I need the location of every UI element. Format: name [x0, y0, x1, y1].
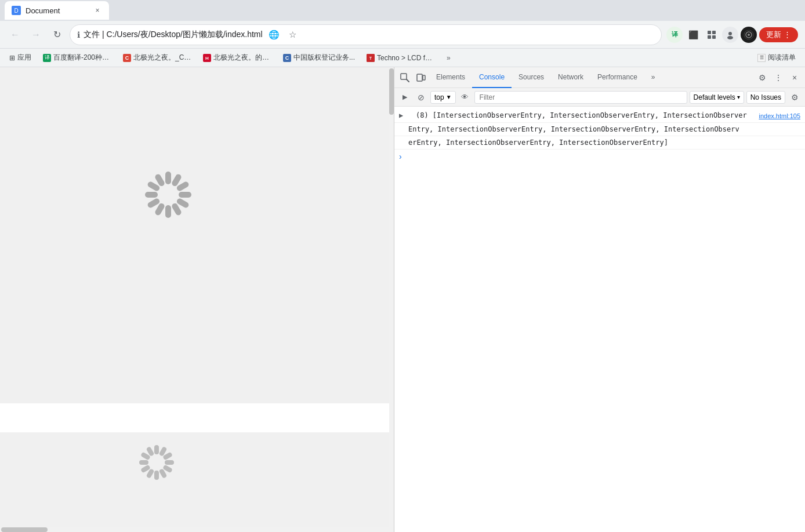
console-settings-icon: ⚙ — [791, 93, 799, 102]
bookmark-reading-list[interactable]: ☰ 阅读清单 — [753, 52, 800, 64]
webpage-bottom-section — [0, 432, 394, 532]
console-settings-btn[interactable]: ⚙ — [788, 90, 802, 104]
close-icon: × — [792, 73, 797, 82]
scrollbar-corner — [389, 527, 394, 532]
default-levels-label: Default levels — [694, 93, 735, 101]
console-prompt-icon: › — [399, 152, 402, 161]
bookmark-copyright[interactable]: C 中国版权登记业务... — [278, 52, 360, 64]
filmic-ext-btn[interactable] — [741, 27, 757, 43]
scrollbar-thumb[interactable] — [389, 68, 394, 115]
no-issues-btn[interactable]: No Issues — [746, 91, 785, 104]
webpage-vertical-scrollbar[interactable] — [389, 67, 394, 532]
extensions-mgr-btn[interactable] — [704, 27, 720, 43]
bookmark-beiji-csdn[interactable]: C 北极光之夜。_CSD... — [118, 52, 196, 64]
devtools-panel: Elements Console Sources Network Perform… — [394, 67, 805, 532]
console-prompt-line[interactable]: › — [394, 150, 805, 163]
svg-rect-0 — [708, 31, 711, 34]
webpage-white-section — [0, 403, 394, 432]
url-security-icon: ℹ — [77, 30, 80, 39]
back-button[interactable]: ← — [7, 27, 23, 43]
apps-grid-icon: ⊞ — [9, 54, 15, 62]
webpage-top-section — [0, 67, 394, 403]
no-issues-label: No Issues — [750, 93, 781, 101]
console-log-text: ▶ (8) [IntersectionObserverEntry, Inters… — [399, 110, 759, 121]
svg-line-14 — [407, 79, 409, 82]
console-source-link[interactable]: index.html:105 — [759, 110, 800, 121]
tab-favicon: D — [12, 6, 21, 15]
update-label: 更新 — [766, 30, 781, 40]
console-execute-btn[interactable]: ▶ — [398, 90, 412, 104]
svg-rect-16 — [423, 75, 425, 80]
loading-spinner-2 — [139, 445, 174, 480]
svg-rect-15 — [417, 74, 422, 81]
devtools-tab-performance[interactable]: Performance — [590, 67, 644, 88]
inspect-element-btn[interactable] — [397, 70, 413, 86]
tab-close-btn[interactable]: × — [93, 6, 102, 15]
svg-rect-3 — [712, 35, 716, 39]
profile-btn[interactable] — [722, 27, 738, 43]
extensions-area: 译 ⬛ 更新 ⋮ — [666, 27, 798, 43]
devtools-close-btn[interactable]: × — [786, 70, 803, 86]
console-filter-input[interactable] — [474, 91, 687, 104]
translate-page-btn[interactable]: 🌐 — [266, 27, 282, 43]
svg-rect-1 — [712, 31, 716, 34]
forward-button[interactable]: → — [28, 27, 44, 43]
svg-rect-13 — [401, 74, 407, 79]
bookmark-huawei-blog[interactable]: H 北极光之夜。的博客 — [198, 52, 276, 64]
csdn-bm-icon: C — [123, 54, 131, 62]
device-toolbar-btn[interactable] — [413, 70, 429, 86]
reading-list-icon: ☰ — [757, 54, 766, 62]
svg-text:T: T — [369, 56, 372, 60]
forward-icon: → — [31, 30, 41, 40]
log-continuation-text-2: erEntry, IntersectionObserverEntry, Inte… — [408, 137, 800, 148]
bookmarks-bar: ⊞ 应用 译 百度翻译-200种语... C 北极光之夜。_CSD... H 北… — [0, 49, 805, 67]
console-output: ▶ (8) [IntersectionObserverEntry, Inters… — [394, 107, 805, 532]
more-icon: ⋮ — [774, 73, 782, 82]
bookmark-techno[interactable]: T Techno > LCD fon... — [362, 53, 440, 63]
translate-ext-btn[interactable]: 译 — [666, 27, 683, 43]
eye-btn[interactable]: 👁 — [458, 90, 472, 104]
more-bookmarks-icon: » — [447, 54, 451, 62]
huawei-bm-icon: H — [203, 54, 211, 62]
svg-point-8 — [748, 34, 750, 36]
reload-button[interactable]: ↻ — [49, 27, 65, 43]
devtools-tab-network[interactable]: Network — [551, 67, 590, 88]
bookmark-translate[interactable]: 译 百度翻译-200种语... — [38, 52, 116, 64]
bookmark-btn[interactable]: ☆ — [285, 27, 301, 43]
copyright-bm-icon: C — [283, 54, 291, 62]
bookmark-apps[interactable]: ⊞ 应用 — [5, 52, 36, 64]
default-levels-btn[interactable]: Default levels ▾ — [690, 91, 744, 104]
webpage-area — [0, 67, 394, 532]
log-continuation-text-1: Entry, IntersectionObserverEntry, Inters… — [408, 124, 800, 134]
tab-bar: D Document × — [0, 0, 805, 21]
loading-spinner-1 — [145, 172, 191, 218]
devtools-tab-sources[interactable]: Sources — [512, 67, 551, 88]
console-log-line: ▶ (8) [IntersectionObserverEntry, Inters… — [394, 109, 805, 123]
devtools-more-btn[interactable]: ⋮ — [770, 70, 786, 86]
url-bar[interactable]: ℹ 文件 | C:/Users/夜/Desktop/图片懒加载/index.ht… — [70, 24, 662, 45]
devtools-tab-elements[interactable]: Elements — [429, 67, 472, 88]
techno-bm-icon: T — [367, 54, 375, 62]
svg-point-5 — [727, 36, 733, 39]
devtools-tab-more[interactable]: » — [644, 67, 662, 88]
expand-arrow[interactable]: ▶ — [399, 111, 403, 119]
url-actions: 🌐 ☆ — [266, 27, 301, 43]
devtools-settings-btn[interactable]: ⚙ — [754, 70, 770, 86]
context-value: top — [434, 93, 444, 101]
svg-point-4 — [728, 32, 732, 35]
console-filter-block-btn[interactable]: ⊘ — [414, 90, 428, 104]
devtools-tab-console[interactable]: Console — [472, 67, 512, 88]
context-selector[interactable]: top ▼ — [430, 91, 456, 104]
bookmark-more[interactable]: » — [442, 53, 455, 63]
settings-icon: ⚙ — [759, 73, 766, 82]
update-button[interactable]: 更新 ⋮ — [759, 27, 798, 42]
active-tab[interactable]: D Document × — [5, 1, 109, 20]
console-log-continuation-1: Entry, IntersectionObserverEntry, Inters… — [394, 123, 805, 136]
h-scrollbar-thumb[interactable] — [1, 527, 48, 532]
tab-title: Document — [26, 6, 60, 15]
screen-ocr-btn[interactable]: ⬛ — [685, 27, 701, 43]
webpage-horizontal-scrollbar[interactable] — [0, 527, 389, 532]
context-arrow: ▼ — [446, 94, 452, 100]
main-area: Elements Console Sources Network Perform… — [0, 67, 805, 532]
devtools-toolbar: Elements Console Sources Network Perform… — [394, 67, 805, 88]
